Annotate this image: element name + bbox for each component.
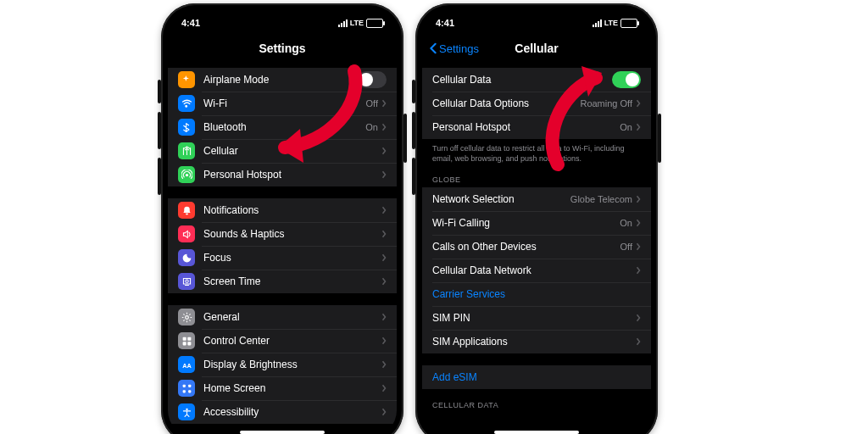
toggle-switch[interactable]: [358, 71, 387, 88]
settings-row[interactable]: Calls on Other DevicesOff: [422, 235, 651, 259]
settings-row[interactable]: BluetoothOn: [168, 115, 397, 139]
settings-row[interactable]: Cellular Data Network: [422, 259, 651, 282]
settings-row[interactable]: Control Center: [168, 329, 397, 353]
bell-icon: [178, 202, 195, 219]
svg-rect-5: [182, 342, 186, 345]
chevron-right-icon: [381, 147, 387, 155]
settings-row[interactable]: Network SelectionGlobe Telecom: [422, 187, 651, 211]
row-label: Carrier Services: [432, 288, 641, 300]
row-value: Roaming Off: [580, 98, 632, 108]
settings-row[interactable]: Airplane Mode: [168, 68, 397, 92]
chevron-right-icon: [381, 123, 387, 131]
svg-rect-3: [182, 337, 186, 340]
settings-row[interactable]: General: [168, 305, 397, 329]
row-value: Off: [366, 98, 378, 108]
home-indicator[interactable]: [494, 431, 579, 434]
row-label: Notifications: [203, 204, 381, 216]
row-label: Control Center: [203, 335, 381, 347]
svg-rect-10: [182, 390, 185, 392]
svg-point-12: [186, 408, 187, 409]
toggle-switch[interactable]: [612, 71, 641, 88]
chevron-right-icon: [381, 277, 387, 286]
svg-rect-11: [188, 390, 191, 392]
chevron-right-icon: [636, 195, 641, 203]
settings-row[interactable]: Notifications: [168, 198, 397, 222]
row-label: Cellular Data: [432, 74, 612, 86]
chevron-right-icon: [381, 170, 387, 179]
status-time: 4:41: [436, 18, 454, 28]
row-label: Focus: [203, 252, 381, 264]
row-value: Off: [620, 242, 632, 252]
settings-row[interactable]: AADisplay & Brightness: [168, 353, 397, 376]
settings-row[interactable]: Personal Hotspot: [168, 163, 397, 186]
page-title: Cellular: [515, 42, 558, 55]
settings-row[interactable]: Wi-FiOff: [168, 92, 397, 115]
row-label: Network Selection: [432, 193, 570, 205]
section-footer: Turn off cellular data to restrict all d…: [422, 139, 651, 164]
settings-row[interactable]: Home Screen: [168, 376, 397, 400]
settings-row[interactable]: Cellular Data OptionsRoaming Off: [422, 92, 651, 115]
row-label: Wi-Fi Calling: [432, 217, 620, 229]
gear-icon: [178, 309, 195, 326]
row-label: Accessibility: [203, 406, 381, 418]
settings-row[interactable]: Carrier Services: [422, 282, 651, 306]
row-label: Personal Hotspot: [432, 121, 620, 133]
row-label: Cellular: [203, 145, 381, 157]
back-button[interactable]: Settings: [429, 42, 479, 55]
chevron-right-icon: [636, 123, 641, 131]
settings-row[interactable]: SIM Applications: [422, 330, 651, 353]
chevron-right-icon: [381, 253, 387, 262]
row-label: SIM PIN: [432, 312, 636, 324]
row-label: SIM Applications: [432, 336, 636, 348]
focus-icon: [178, 249, 195, 266]
chevron-right-icon: [636, 266, 641, 275]
row-value: On: [620, 122, 632, 132]
row-value: On: [365, 122, 378, 132]
row-label: Sounds & Haptics: [203, 228, 381, 240]
row-label: Calls on Other Devices: [432, 241, 620, 253]
svg-rect-4: [187, 337, 191, 340]
airplane-icon: [178, 71, 195, 88]
bluetooth-icon: [178, 119, 195, 136]
settings-row[interactable]: SIM PIN: [422, 306, 651, 330]
settings-row[interactable]: Focus: [168, 246, 397, 270]
section-header: GLOBE: [422, 164, 651, 187]
svg-text:AA: AA: [182, 361, 192, 369]
settings-row[interactable]: Cellular: [168, 139, 397, 163]
chevron-right-icon: [381, 230, 387, 238]
chevron-right-icon: [636, 242, 641, 251]
settings-row[interactable]: Accessibility: [168, 400, 397, 424]
cellular-icon: [178, 142, 195, 159]
home-indicator[interactable]: [240, 431, 325, 434]
settings-row[interactable]: Wi-Fi CallingOn: [422, 211, 651, 235]
row-label: Personal Hotspot: [203, 169, 381, 181]
settings-row[interactable]: Add eSIM: [422, 365, 651, 389]
row-value: On: [620, 218, 632, 228]
display-icon: AA: [178, 356, 195, 373]
chevron-right-icon: [636, 219, 641, 227]
phone-cellular: 4:41 LTE Settings Cellular Cellular Data…: [415, 3, 658, 434]
phone-settings: 4:41 LTE Settings Airplane ModeWi-FiOffB…: [161, 3, 403, 434]
row-label: Cellular Data Network: [432, 264, 636, 276]
row-label: Screen Time: [203, 275, 381, 287]
chevron-right-icon: [381, 384, 387, 392]
row-label: Add eSIM: [432, 371, 641, 383]
nav-bar: Settings: [168, 36, 397, 61]
svg-point-0: [185, 173, 187, 175]
chevron-right-icon: [636, 337, 641, 346]
settings-row[interactable]: Sounds & Haptics: [168, 222, 397, 246]
settings-row[interactable]: Screen Time: [168, 270, 397, 293]
nav-bar: Settings Cellular: [422, 36, 651, 61]
access-icon: [178, 403, 195, 420]
settings-row[interactable]: Personal HotspotOn: [422, 115, 651, 139]
chevron-right-icon: [381, 313, 387, 321]
row-label: Wi-Fi: [203, 97, 366, 109]
wifi-icon: [178, 95, 195, 112]
row-label: Home Screen: [203, 382, 381, 394]
row-value: Globe Telecom: [570, 194, 632, 204]
section-header: CELLULAR DATA: [422, 389, 651, 413]
screentime-icon: [178, 273, 195, 290]
chevron-right-icon: [381, 360, 387, 369]
settings-row[interactable]: Cellular Data: [422, 68, 651, 92]
hotspot-icon: [178, 166, 195, 183]
